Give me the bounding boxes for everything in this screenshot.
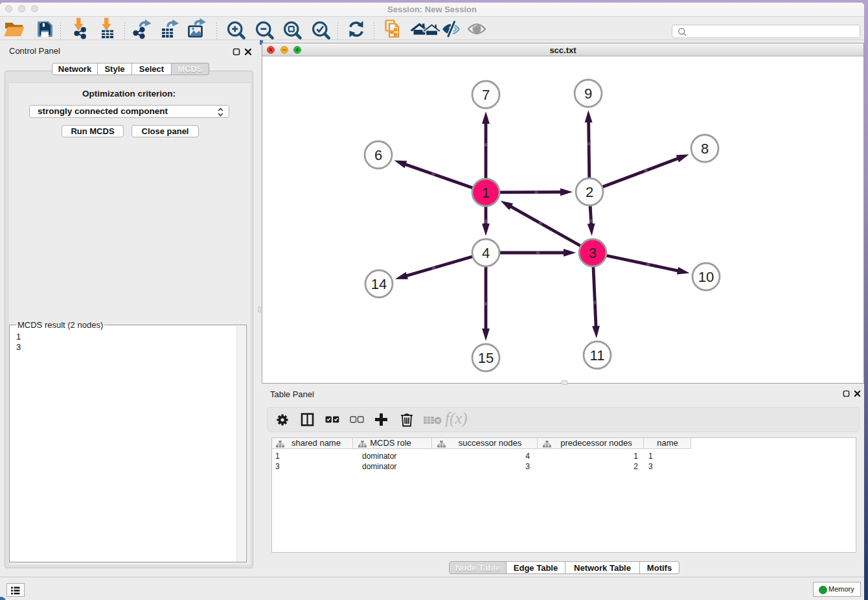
svg-text:15: 15: [478, 350, 494, 366]
svg-text:8: 8: [701, 141, 709, 157]
svg-text:14: 14: [371, 276, 387, 292]
svg-text:2: 2: [586, 184, 593, 200]
svg-text:7: 7: [482, 87, 490, 103]
svg-text:10: 10: [698, 269, 714, 285]
svg-text:4: 4: [482, 245, 490, 261]
svg-text:3: 3: [589, 245, 597, 261]
svg-text:1: 1: [482, 185, 490, 201]
svg-text:11: 11: [590, 347, 605, 363]
svg-text:6: 6: [374, 147, 382, 163]
svg-text:9: 9: [584, 86, 592, 102]
